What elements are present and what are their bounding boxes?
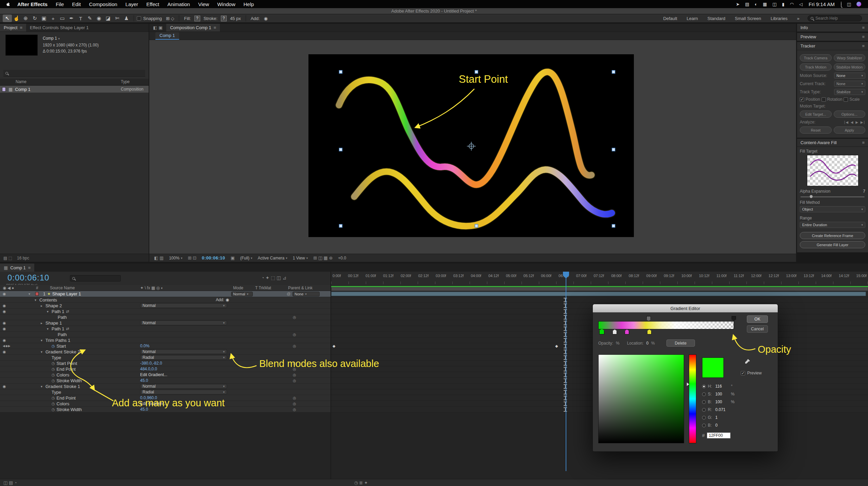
selection-handle[interactable]: [612, 148, 615, 151]
twirl-icon[interactable]: ▾: [39, 338, 44, 342]
type-tool[interactable]: T: [76, 15, 85, 22]
wifi-status-icon[interactable]: ◠: [787, 2, 796, 7]
scale-checkbox[interactable]: [844, 97, 848, 102]
property-label[interactable]: Start Point: [57, 361, 77, 366]
project-bottom-icons[interactable]: ▤ ⬚: [3, 256, 12, 260]
viewer-panel-icons[interactable]: ◧ ▣: [149, 24, 166, 32]
stroke-width-value[interactable]: 45 px: [230, 16, 241, 21]
magnification-dropdown[interactable]: 100%▾: [169, 256, 182, 260]
layer-label-color[interactable]: [35, 292, 39, 296]
blend-mode-dropdown[interactable]: Normal▾: [140, 349, 227, 354]
control-center-icon[interactable]: ◫: [844, 2, 854, 7]
time-ruler[interactable]: 0:00f00:12f01:00f01:12f02:00f02:12f03:00…: [331, 272, 868, 286]
timeline-search[interactable]: [70, 275, 121, 281]
layer-blend-mode-dropdown[interactable]: Normal▾: [231, 292, 253, 296]
active-camera-dropdown[interactable]: Active Camera▾: [258, 256, 287, 260]
battery-status-icon[interactable]: ▮: [779, 2, 787, 7]
column-switches-icons[interactable]: ✦ \ fx ▦ ◎ ◐: [140, 286, 163, 290]
panel-menu-icon[interactable]: ≡: [28, 265, 31, 270]
eyedropper-icon[interactable]: [744, 358, 751, 365]
menubar-clock[interactable]: Fri 9:14 AM: [805, 1, 838, 7]
panel-menu-icon[interactable]: ≡: [214, 25, 216, 30]
property-value[interactable]: -380.0,-82.0: [140, 361, 162, 366]
menu-item[interactable]: Window: [213, 1, 239, 7]
visibility-eye-icon[interactable]: ◉: [3, 304, 6, 308]
pen-tool[interactable]: ✒: [67, 15, 76, 22]
workspace-tab[interactable]: Standard: [703, 16, 730, 21]
twirl-icon[interactable]: ▾: [39, 350, 44, 354]
pickwhip-ring-icon[interactable]: ◎: [293, 373, 296, 377]
twirl-icon[interactable]: ▾: [45, 327, 50, 331]
spotlight-icon[interactable]: [838, 2, 844, 7]
project-item-row[interactable]: ▦ Comp 1 Composition: [0, 86, 149, 93]
gradient-color-stop[interactable]: [599, 329, 604, 334]
layer-row-shape-layer-1[interactable]: ◉ ▾ 1 ★ Shape Layer 1 Normal▾ @ None▾: [0, 291, 868, 297]
current-track-dropdown[interactable]: None▾: [834, 81, 865, 87]
menu-item[interactable]: Layer: [121, 1, 143, 7]
menu-item[interactable]: After Effects: [13, 1, 52, 7]
composition-canvas[interactable]: [308, 54, 634, 237]
range-dropdown[interactable]: Entire Duration▾: [800, 222, 865, 228]
stopwatch-icon[interactable]: ◷: [52, 361, 55, 366]
pickwhip-ring-icon[interactable]: ◎: [293, 396, 296, 400]
color-component-row[interactable]: B: 100 %: [702, 399, 735, 405]
property-value[interactable]: 45.0: [140, 378, 148, 383]
stopwatch-icon[interactable]: ◷: [52, 367, 55, 371]
pickwhip-ring-icon[interactable]: ◎: [293, 332, 296, 337]
generate-fill-layer-button[interactable]: Generate Fill Layer: [800, 241, 865, 248]
gradient-opacity-stop[interactable]: [646, 316, 651, 321]
workspace-tab[interactable]: Libraries: [766, 16, 792, 21]
stabilize-motion-button[interactable]: Stabilize Motion: [834, 63, 866, 71]
menu-item[interactable]: File: [52, 1, 68, 7]
label-color-chip[interactable]: [2, 87, 6, 92]
workspace-tab[interactable]: Default: [658, 16, 682, 21]
selection-handle[interactable]: [475, 71, 478, 74]
layer-duration-bar[interactable]: [331, 292, 866, 296]
create-reference-frame-button[interactable]: Create Reference Frame: [800, 232, 865, 239]
pickwhip-ring-icon[interactable]: ◎: [293, 367, 296, 371]
color-component-row[interactable]: R: 0.071: [702, 407, 735, 412]
rotation-checkbox[interactable]: [822, 97, 826, 102]
property-label[interactable]: End Point: [57, 395, 76, 401]
orbit-camera-tool[interactable]: ↻: [30, 15, 39, 22]
column-parent-link[interactable]: Parent & Link: [288, 286, 313, 290]
track-type-dropdown[interactable]: Stabilize▾: [834, 89, 865, 95]
viewer-toolbar-icons-b[interactable]: ⊞ ⊡: [188, 255, 196, 260]
volume-status-icon[interactable]: ◁: [796, 2, 805, 7]
menu-item[interactable]: Animation: [163, 1, 194, 7]
timeline-row[interactable]: ▾ Contents Add:◉: [0, 297, 868, 303]
property-label[interactable]: Colors: [57, 372, 70, 377]
property-value[interactable]: 0.0,960.0: [140, 395, 157, 400]
help-searchbox[interactable]: [808, 15, 862, 21]
twirl-icon[interactable]: ▾: [27, 292, 32, 296]
property-label[interactable]: End Point: [57, 367, 76, 372]
add-circle-icon[interactable]: ◉: [264, 16, 267, 21]
visibility-eye-icon[interactable]: ◉: [3, 321, 6, 325]
ok-button[interactable]: OK: [747, 315, 768, 323]
pickwhip-ring-icon[interactable]: ◎: [293, 407, 296, 412]
blend-mode-dropdown[interactable]: Normal▾: [140, 384, 227, 389]
stopwatch-icon[interactable]: ◷: [52, 396, 55, 400]
hue-strip[interactable]: [689, 354, 696, 443]
shape-tool[interactable]: ▭: [58, 15, 67, 22]
selection-handle[interactable]: [475, 225, 478, 228]
menu-item[interactable]: View: [194, 1, 213, 7]
blend-mode-dropdown[interactable]: Normal▾: [140, 303, 227, 308]
fill-method-dropdown[interactable]: Object▾: [800, 206, 865, 212]
roto-brush-tool[interactable]: ✄: [113, 15, 122, 22]
fill-swatch[interactable]: ?: [194, 16, 200, 21]
keyframe-diamond[interactable]: ◆: [333, 344, 335, 348]
project-comp-name[interactable]: Comp 1 ▾: [43, 36, 60, 41]
cursor-status-icon[interactable]: ➤: [733, 2, 742, 7]
tab-effect-controls[interactable]: Effect Controls Shape Layer 1: [26, 24, 92, 32]
caf-panel-header[interactable]: Content-Aware Fill≡: [797, 139, 868, 147]
workspace-tab[interactable]: Learn: [682, 16, 703, 21]
track-motion-button[interactable]: Track Motion: [800, 63, 832, 71]
siri-icon[interactable]: [856, 2, 861, 6]
blend-mode-dropdown[interactable]: Radial▾: [140, 390, 227, 394]
layer-anchor-point[interactable]: [467, 142, 476, 151]
keyboard-status-icon[interactable]: ▦: [760, 2, 770, 7]
property-label[interactable]: Path 1: [52, 326, 64, 331]
property-label[interactable]: Gradient Stroke 2: [45, 349, 80, 354]
apple-menu-icon[interactable]: [5, 2, 11, 7]
